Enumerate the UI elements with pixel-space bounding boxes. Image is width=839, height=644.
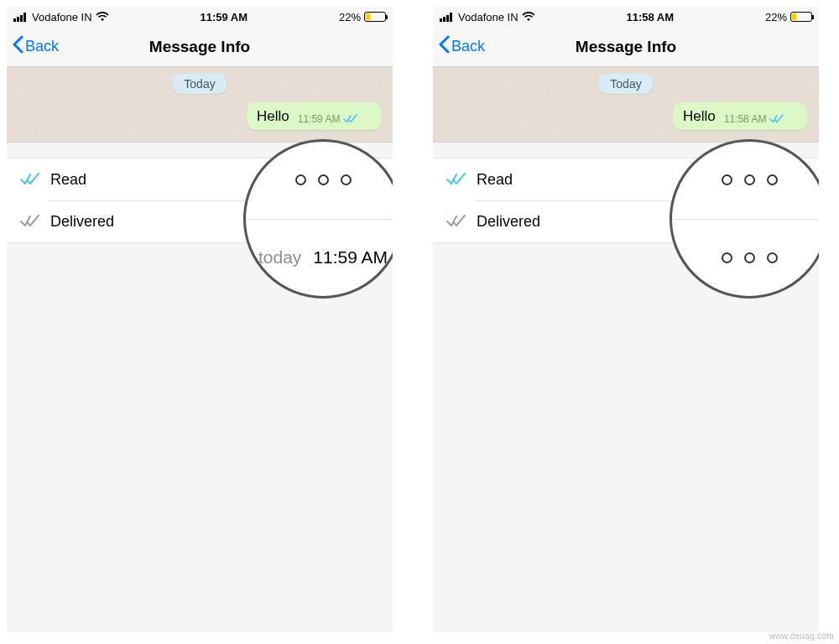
- delivered-time: 11:59 AM: [313, 247, 388, 267]
- magnifier-callout: today 11:59 AM: [243, 139, 393, 299]
- message-time: 11:58 AM: [724, 113, 767, 125]
- delivered-ticks-icon: [446, 215, 466, 228]
- delivered-day: today: [258, 247, 301, 267]
- back-label: Back: [25, 38, 59, 55]
- chat-preview: Today Hello 11:59 AM: [7, 67, 393, 143]
- svg-rect-6: [446, 15, 449, 22]
- phone-screen-right: Vodafone IN 11:58 AM 22% Back: [433, 7, 819, 632]
- status-bar: Vodafone IN 11:59 AM 22%: [7, 7, 393, 27]
- wifi-icon: [522, 12, 535, 22]
- loading-dots-icon: [722, 174, 778, 185]
- message-text: Hello: [683, 108, 716, 125]
- message-bubble[interactable]: Hello 11:59 AM: [247, 102, 381, 130]
- back-button[interactable]: Back: [7, 35, 59, 58]
- svg-rect-2: [20, 15, 23, 22]
- carrier-label: Vodafone IN: [458, 11, 519, 23]
- wifi-icon: [96, 12, 109, 22]
- chevron-left-icon: [12, 35, 23, 58]
- battery-pct: 22%: [765, 11, 787, 23]
- back-label: Back: [451, 38, 485, 55]
- date-pill: Today: [598, 74, 653, 94]
- battery-icon: [790, 12, 812, 22]
- message-text: Hello: [257, 108, 289, 125]
- read-ticks-icon: [343, 114, 358, 124]
- loading-dots-icon: [295, 174, 352, 185]
- signal-icon: [440, 12, 455, 22]
- chevron-left-icon: [438, 35, 450, 58]
- read-ticks-icon: [446, 173, 466, 186]
- statusbar-time: 11:58 AM: [626, 11, 674, 23]
- back-button[interactable]: Back: [433, 35, 485, 58]
- battery-pct: 22%: [339, 11, 361, 23]
- svg-rect-3: [23, 13, 26, 22]
- page-title: Message Info: [7, 38, 393, 56]
- date-pill: Today: [172, 74, 227, 94]
- carrier-label: Vodafone IN: [32, 11, 92, 23]
- svg-rect-5: [443, 17, 446, 22]
- status-bar: Vodafone IN 11:58 AM 22%: [433, 7, 819, 27]
- nav-bar: Back Message Info: [7, 27, 393, 67]
- watermark: www.deuaq.com: [769, 631, 834, 641]
- message-bubble[interactable]: Hello 11:58 AM: [673, 102, 807, 130]
- svg-rect-1: [17, 17, 19, 22]
- message-time: 11:59 AM: [298, 113, 341, 125]
- nav-bar: Back Message Info: [433, 27, 819, 67]
- magnifier-callout: [670, 139, 819, 299]
- svg-rect-7: [450, 13, 452, 22]
- svg-rect-0: [13, 18, 16, 22]
- page-title: Message Info: [433, 38, 819, 56]
- loading-dots-icon: [722, 252, 778, 263]
- statusbar-time: 11:59 AM: [200, 11, 248, 23]
- chat-preview: Today Hello 11:58 AM: [433, 67, 819, 143]
- delivered-ticks-icon: [20, 215, 40, 228]
- phone-screen-left: Vodafone IN 11:59 AM 22% Back: [7, 7, 393, 632]
- svg-rect-4: [440, 18, 442, 22]
- read-ticks-icon: [769, 114, 784, 124]
- read-ticks-icon: [20, 173, 40, 186]
- empty-area: [433, 243, 819, 632]
- battery-icon: [364, 12, 386, 22]
- signal-icon: [13, 12, 29, 22]
- empty-area: [7, 243, 393, 632]
